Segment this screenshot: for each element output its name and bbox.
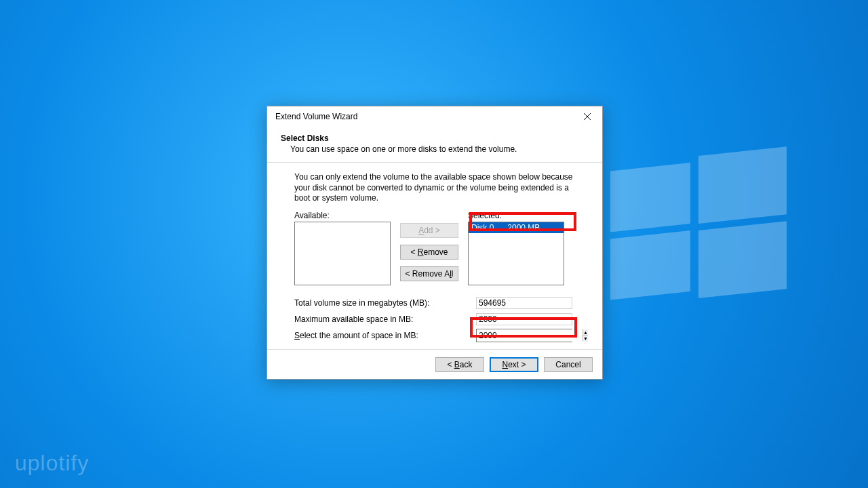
- page-heading: Select Disks: [281, 134, 589, 143]
- available-label: Available:: [294, 211, 391, 220]
- page-subheading: You can use space on one or more disks t…: [281, 144, 589, 154]
- spin-up-button[interactable]: ▲: [583, 329, 588, 336]
- close-button[interactable]: [572, 106, 602, 127]
- remove-all-button[interactable]: < Remove All: [400, 266, 458, 281]
- amount-input[interactable]: [477, 329, 583, 342]
- add-button: Add >: [400, 223, 458, 238]
- amount-label: Select the amount of space in MB:: [294, 331, 476, 340]
- spin-down-button[interactable]: ▼: [583, 335, 588, 342]
- total-size-value: 594695: [476, 297, 572, 309]
- watermark-text: uplotify: [15, 451, 89, 476]
- close-icon: [584, 113, 591, 120]
- wizard-body: You can only extend the volume to the av…: [267, 163, 602, 344]
- back-button[interactable]: < Back: [435, 357, 484, 372]
- next-button[interactable]: Next >: [490, 357, 538, 372]
- windows-logo: [610, 163, 787, 298]
- wizard-header: Select Disks You can use space on one or…: [267, 127, 602, 163]
- max-space-label: Maximum available space in MB:: [294, 314, 476, 324]
- amount-spin-field[interactable]: ▲ ▼: [476, 329, 572, 342]
- selected-label: Selected:: [468, 211, 564, 220]
- selected-disk-item[interactable]: Disk 0 2000 MB: [469, 222, 564, 233]
- dialog-title: Extend Volume Wizard: [275, 112, 357, 121]
- info-text: You can only extend the volume to the av…: [294, 172, 575, 204]
- selected-listbox[interactable]: Disk 0 2000 MB: [468, 222, 564, 285]
- desktop-background: uplotify Extend Volume Wizard Select Dis…: [0, 0, 868, 488]
- remove-button[interactable]: < Remove: [400, 245, 458, 260]
- total-size-label: Total volume size in megabytes (MB):: [294, 298, 476, 308]
- max-space-value: 2000: [476, 313, 572, 325]
- extend-volume-wizard-dialog: Extend Volume Wizard Select Disks You ca…: [267, 106, 603, 380]
- cancel-button[interactable]: Cancel: [544, 357, 593, 372]
- titlebar: Extend Volume Wizard: [267, 106, 602, 127]
- available-listbox[interactable]: [294, 222, 391, 285]
- wizard-footer: < Back Next > Cancel: [267, 349, 602, 379]
